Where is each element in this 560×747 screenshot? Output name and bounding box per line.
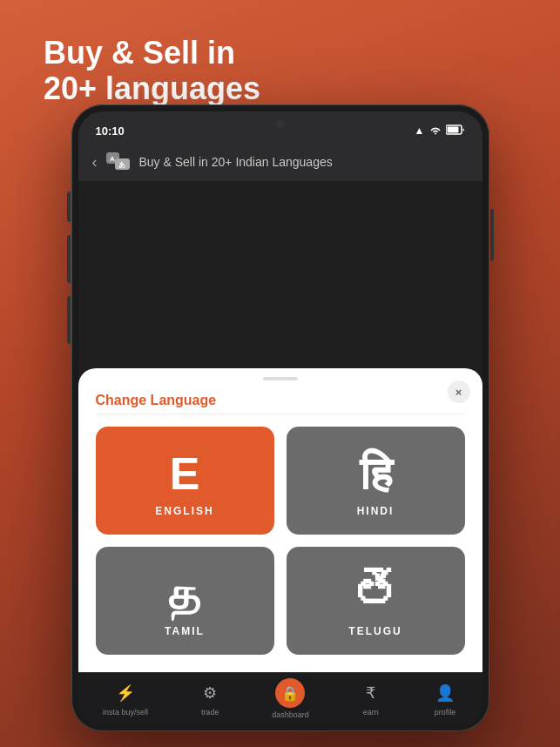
lang-label-tamil: TAMIL: [165, 625, 205, 637]
svg-text:A: A: [110, 155, 115, 163]
back-button[interactable]: ‹: [92, 153, 98, 172]
lang-card-tamil[interactable]: தTAMIL: [96, 547, 274, 655]
nav-item-trade[interactable]: ⚙trade: [198, 681, 222, 717]
nav-icon-dashboard: 🔒: [275, 678, 305, 708]
sheet-overlay: × Change Language EENGLISHहिHINDIதTAMILత…: [78, 181, 482, 672]
volume-down-button: [67, 296, 71, 344]
device-frame: 10:10 ▲: [71, 104, 489, 731]
bottom-sheet: × Change Language EENGLISHहिHINDIதTAMILత…: [78, 368, 482, 672]
nav-item-insta-buy-sell[interactable]: ⚡insta buy/sell: [103, 681, 148, 717]
svg-text:あ: あ: [118, 161, 125, 169]
lang-symbol-english: E: [170, 451, 200, 496]
device-screen: 10:10 ▲: [78, 111, 482, 724]
lang-label-english: ENGLISH: [155, 505, 213, 517]
nav-label-earn: earn: [363, 708, 379, 717]
nav-item-earn[interactable]: ₹earn: [359, 681, 383, 717]
lang-label-hindi: HINDI: [357, 505, 395, 517]
status-time: 10:10: [96, 124, 125, 138]
lang-card-english[interactable]: EENGLISH: [96, 427, 274, 535]
language-grid: EENGLISHहिHINDIதTAMILతెTELUGU: [96, 427, 465, 655]
translate-icon: A あ: [106, 152, 131, 172]
wifi-icon: [429, 124, 442, 138]
headline-line2: 20+ languages: [44, 71, 260, 106]
status-icons: ▲: [415, 124, 465, 138]
lang-label-telugu: TELUGU: [348, 625, 401, 637]
nav-icon-insta-buy-sell: ⚡: [113, 681, 138, 705]
battery-icon: [446, 124, 465, 138]
nav-icon-earn: ₹: [359, 681, 383, 705]
nav-item-profile[interactable]: 👤profile: [433, 681, 457, 717]
device-outer: 10:10 ▲: [71, 104, 489, 731]
lang-symbol-tamil: த: [169, 571, 200, 616]
volume-up-button: [67, 235, 71, 283]
app-bar: ‹ A あ Buy & Sell in 20+ Indian Languages: [78, 143, 482, 181]
nav-label-profile: profile: [435, 708, 456, 717]
nav-label-trade: trade: [201, 708, 219, 717]
lang-symbol-hindi: हि: [360, 451, 392, 496]
camera-dot: [276, 120, 285, 129]
silent-button: [67, 192, 71, 222]
sheet-title: Change Language: [96, 393, 465, 414]
app-bar-title: Buy & Sell in 20+ Indian Languages: [139, 155, 333, 169]
power-button: [490, 209, 494, 261]
svg-rect-1: [447, 126, 458, 132]
signal-icon: ▲: [415, 124, 425, 137]
lang-symbol-telugu: తె: [353, 571, 398, 616]
lang-card-hindi[interactable]: हिHINDI: [287, 427, 465, 535]
close-icon: ×: [455, 386, 462, 399]
headline-line1: Buy & Sell in: [44, 35, 235, 71]
close-button[interactable]: ×: [448, 380, 470, 403]
nav-item-dashboard[interactable]: 🔒dashboard: [272, 678, 309, 719]
nav-icon-trade: ⚙: [198, 681, 222, 705]
bottom-navigation: ⚡insta buy/sell⚙trade🔒dashboard₹earn👤pro…: [78, 672, 482, 724]
lang-card-telugu[interactable]: తెTELUGU: [287, 547, 465, 655]
nav-label-insta-buy-sell: insta buy/sell: [103, 708, 148, 717]
sheet-handle: [263, 377, 298, 380]
nav-icon-profile: 👤: [433, 681, 457, 705]
nav-label-dashboard: dashboard: [272, 710, 309, 719]
headline-text: Buy & Sell in 20+ languages: [44, 35, 260, 107]
